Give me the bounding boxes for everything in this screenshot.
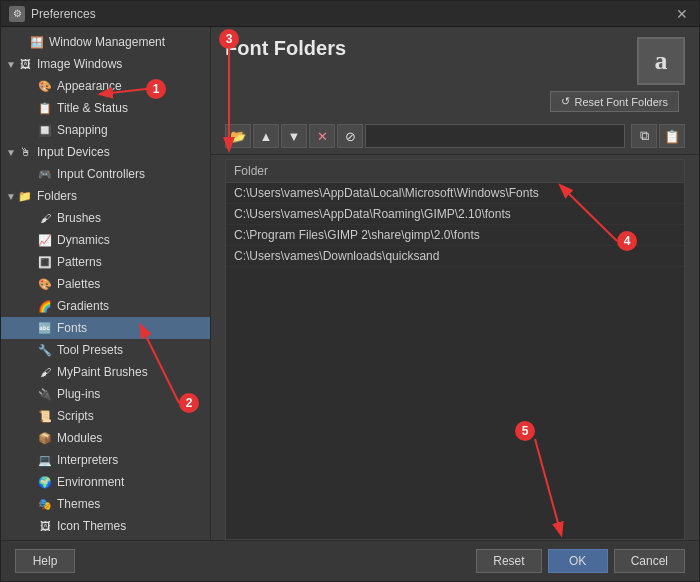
delete-button[interactable]: ✕ (309, 124, 335, 148)
item-icon-dynamics: 📈 (37, 232, 53, 248)
tree-arrow-folders: ▼ (5, 191, 17, 202)
bottom-bar: Help Reset OK Cancel (1, 540, 699, 581)
sidebar-item-appearance[interactable]: 🎨Appearance (1, 75, 210, 97)
sidebar-item-interpreters[interactable]: 💻Interpreters (1, 449, 210, 471)
item-icon-palettes: 🎨 (37, 276, 53, 292)
item-icon-modules: 📦 (37, 430, 53, 446)
sidebar-item-plug-ins[interactable]: 🔌Plug-ins (1, 383, 210, 405)
folder-item-0[interactable]: C:\Users\vames\AppData\Local\Microsoft\W… (226, 183, 684, 204)
item-label-dynamics: Dynamics (57, 233, 110, 247)
folder-path-input[interactable] (365, 124, 625, 148)
close-button[interactable]: ✕ (673, 5, 691, 23)
clear-button[interactable]: ⊘ (337, 124, 363, 148)
item-icon-brushes: 🖌 (37, 210, 53, 226)
sidebar-item-themes[interactable]: 🎭Themes (1, 493, 210, 515)
sidebar-item-gradients[interactable]: 🌈Gradients (1, 295, 210, 317)
reset-font-folders-label: Reset Font Folders (574, 96, 668, 108)
app-icon: ⚙ (9, 6, 25, 22)
move-down-button[interactable]: ▼ (281, 124, 307, 148)
sidebar-item-patterns[interactable]: 🔳Patterns (1, 251, 210, 273)
font-folder-icon: a (637, 37, 685, 85)
reset-icon: ↺ (561, 95, 570, 108)
sidebar-item-fonts[interactable]: 🔤Fonts (1, 317, 210, 339)
sidebar-item-modules[interactable]: 📦Modules (1, 427, 210, 449)
item-label-tool-presets: Tool Presets (57, 343, 123, 357)
item-icon-environment: 🌍 (37, 474, 53, 490)
add-folder-button[interactable]: 📂 (225, 124, 251, 148)
sidebar-item-input-controllers[interactable]: 🎮Input Controllers (1, 163, 210, 185)
copy-icon: ⧉ (640, 128, 649, 144)
down-arrow-icon: ▼ (288, 129, 301, 144)
copy-button[interactable]: ⧉ (631, 124, 657, 148)
cancel-button[interactable]: Cancel (614, 549, 685, 573)
item-label-snapping: Snapping (57, 123, 108, 137)
item-label-brushes: Brushes (57, 211, 101, 225)
folder-item-3[interactable]: C:\Users\vames\Downloads\quicksand (226, 246, 684, 267)
sidebar-item-environment[interactable]: 🌍Environment (1, 471, 210, 493)
sidebar-item-brushes[interactable]: 🖌Brushes (1, 207, 210, 229)
tree-arrow-input-devices: ▼ (5, 147, 17, 158)
right-panel: Font Folders a ↺ Reset Font Folders (211, 27, 699, 540)
item-label-patterns: Patterns (57, 255, 102, 269)
window-title: Preferences (31, 7, 673, 21)
reset-button[interactable]: Reset (476, 549, 541, 573)
reset-font-folders-button[interactable]: ↺ Reset Font Folders (550, 91, 679, 112)
sidebar-item-mypaint-brushes[interactable]: 🖌MyPaint Brushes (1, 361, 210, 383)
item-label-input-controllers: Input Controllers (57, 167, 145, 181)
item-icon-folders: 📁 (17, 188, 33, 204)
paste-button[interactable]: 📋 (659, 124, 685, 148)
item-icon-mypaint-brushes: 🖌 (37, 364, 53, 380)
sidebar-item-scripts[interactable]: 📜Scripts (1, 405, 210, 427)
sidebar-item-folders[interactable]: ▼📁Folders (1, 185, 210, 207)
item-icon-patterns: 🔳 (37, 254, 53, 270)
item-icon-icon-themes: 🖼 (37, 518, 53, 534)
sidebar-item-palettes[interactable]: 🎨Palettes (1, 273, 210, 295)
sidebar-item-dynamics[interactable]: 📈Dynamics (1, 229, 210, 251)
panel-title: Font Folders (225, 37, 346, 60)
item-icon-appearance: 🎨 (37, 78, 53, 94)
item-label-modules: Modules (57, 431, 102, 445)
sidebar-item-window-management[interactable]: 🪟Window Management (1, 31, 210, 53)
item-label-title-status: Title & Status (57, 101, 128, 115)
item-label-appearance: Appearance (57, 79, 122, 93)
item-icon-plug-ins: 🔌 (37, 386, 53, 402)
paste-icon: 📋 (664, 129, 680, 144)
item-icon-snapping: 🔲 (37, 122, 53, 138)
sidebar-item-icon-themes[interactable]: 🖼Icon Themes (1, 515, 210, 537)
clear-icon: ⊘ (345, 129, 356, 144)
item-icon-input-devices: 🖱 (17, 144, 33, 160)
item-label-interpreters: Interpreters (57, 453, 118, 467)
folder-list-header: Folder (226, 160, 684, 183)
sidebar-item-title-status[interactable]: 📋Title & Status (1, 97, 210, 119)
folder-item-2[interactable]: C:\Program Files\GIMP 2\share\gimp\2.0\f… (226, 225, 684, 246)
sidebar-item-snapping[interactable]: 🔲Snapping (1, 119, 210, 141)
item-icon-input-controllers: 🎮 (37, 166, 53, 182)
up-arrow-icon: ▲ (260, 129, 273, 144)
add-icon: 📂 (230, 129, 246, 144)
item-label-folders: Folders (37, 189, 77, 203)
item-label-palettes: Palettes (57, 277, 100, 291)
sidebar: 🪟Window Management▼🖼Image Windows🎨Appear… (1, 27, 211, 540)
sidebar-item-image-windows[interactable]: ▼🖼Image Windows (1, 53, 210, 75)
item-label-fonts: Fonts (57, 321, 87, 335)
folder-item-1[interactable]: C:\Users\vames\AppData\Roaming\GIMP\2.10… (226, 204, 684, 225)
item-icon-fonts: 🔤 (37, 320, 53, 336)
delete-icon: ✕ (317, 129, 328, 144)
folder-toolbar: 📂 ▲ ▼ ✕ ⊘ ⧉ (211, 118, 699, 155)
tree-arrow-image-windows: ▼ (5, 59, 17, 70)
item-label-environment: Environment (57, 475, 124, 489)
item-icon-gradients: 🌈 (37, 298, 53, 314)
sidebar-item-tool-presets[interactable]: 🔧Tool Presets (1, 339, 210, 361)
sidebar-item-input-devices[interactable]: ▼🖱Input Devices (1, 141, 210, 163)
item-label-window-management: Window Management (49, 35, 165, 49)
help-button[interactable]: Help (15, 549, 75, 573)
item-label-input-devices: Input Devices (37, 145, 110, 159)
item-icon-tool-presets: 🔧 (37, 342, 53, 358)
ok-button[interactable]: OK (548, 549, 608, 573)
item-label-icon-themes: Icon Themes (57, 519, 126, 533)
move-up-button[interactable]: ▲ (253, 124, 279, 148)
item-label-plug-ins: Plug-ins (57, 387, 100, 401)
item-icon-scripts: 📜 (37, 408, 53, 424)
folder-list-area: Folder C:\Users\vames\AppData\Local\Micr… (211, 159, 699, 540)
item-icon-title-status: 📋 (37, 100, 53, 116)
